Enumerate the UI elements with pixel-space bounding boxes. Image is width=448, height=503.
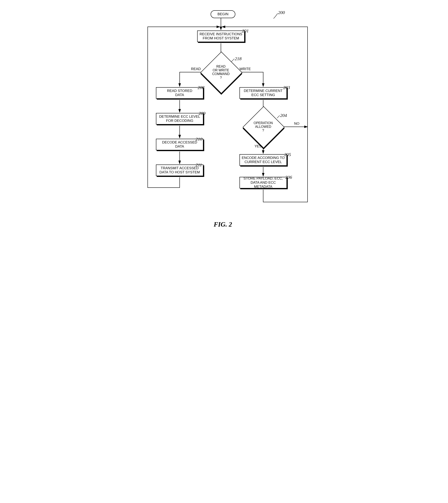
begin-label: BEGIN: [218, 12, 229, 16]
step-201-text: RECEIVE INSTRUCTIONS FROM HOST SYSTEM: [200, 32, 242, 40]
step-203-text: DETERMINE CURRENT ECC SETTING: [244, 89, 282, 97]
step-206-text: STORE PAYLOAD, ECC, DATA AND ECC METADAT…: [242, 176, 285, 189]
callout-205: 205: [284, 152, 291, 157]
callout-210: 210: [196, 137, 202, 142]
step-205: ENCODE ACCORDING TO CURRENT ECC LEVEL: [239, 154, 287, 166]
step-203: DETERMINE CURRENT ECC SETTING: [239, 87, 287, 99]
step-201: RECEIVE INSTRUCTIONS FROM HOST SYSTEM: [197, 31, 245, 42]
step-209: DETERMINE ECC LEVEL FOR DECODING: [156, 113, 203, 125]
step-209-text: DETERMINE ECC LEVEL FOR DECODING: [159, 115, 200, 123]
callout-204: 204: [280, 113, 287, 118]
flowchart-diagram: BEGIN 200 RECEIVE INSTRUCTIONS FROM HOST…: [131, 8, 317, 239]
figure-callout-200: 200: [278, 10, 285, 15]
callout-206: 206: [285, 175, 292, 180]
callout-208: 208: [198, 85, 204, 90]
decision-218-left-label: READ: [191, 67, 201, 71]
step-210-text: DECODE ACCESSED DATA: [158, 140, 201, 149]
decision-204-no: NO: [294, 122, 299, 126]
decision-204-text: OPERATION ALLOWED ?: [250, 115, 277, 138]
figure-label: FIG. 2: [214, 220, 232, 228]
decision-218-right-label: WRITE: [239, 67, 251, 71]
step-208: READ STORED DATA: [156, 87, 203, 99]
decision-218-text: READ OR WRITE COMMAND ?: [208, 60, 234, 84]
step-211-text: TRANSMIT ACCESSED DATA TO HOST SYSTEM: [159, 166, 200, 174]
callout-201: 201: [242, 28, 249, 34]
step-208-text: READ STORED DATA: [167, 89, 192, 97]
callout-218: 218: [235, 56, 242, 62]
step-206: STORE PAYLOAD, ECC, DATA AND ECC METADAT…: [239, 177, 287, 189]
callout-203: 203: [283, 85, 290, 90]
decision-204-yes: YES: [254, 144, 262, 148]
step-205-text: ENCODE ACCORDING TO CURRENT ECC LEVEL: [242, 156, 285, 164]
begin-terminator: BEGIN: [211, 10, 235, 18]
callout-211: 211: [196, 162, 202, 168]
callout-209: 209: [199, 111, 205, 116]
